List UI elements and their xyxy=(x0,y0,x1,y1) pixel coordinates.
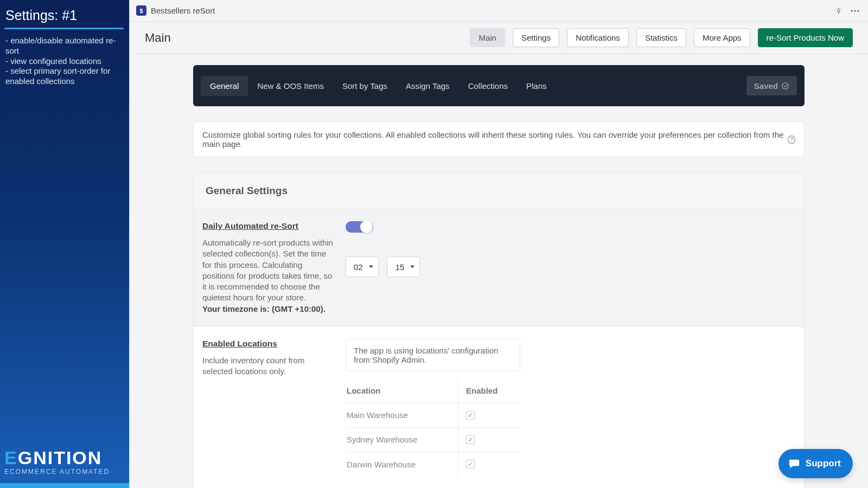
section-locations: Enabled Locations Include inventory coun… xyxy=(194,327,804,488)
minute-select[interactable]: 15 xyxy=(387,256,420,277)
chat-icon xyxy=(788,458,800,470)
app-bar: $ Bestsellers reSort xyxy=(130,0,868,22)
nav-notifications[interactable]: Notifications xyxy=(567,28,629,47)
hour-select[interactable]: 02 xyxy=(346,256,379,277)
svg-point-4 xyxy=(782,82,788,88)
chevron-down-icon xyxy=(410,266,414,268)
support-label: Support xyxy=(806,458,841,469)
brand-tagline: ECOMMERCE AUTOMATED xyxy=(4,468,110,476)
card-title: General Settings xyxy=(194,173,804,209)
nav-statistics[interactable]: Statistics xyxy=(636,28,686,47)
sidebar-title: Settings: #1 xyxy=(0,0,129,28)
chevron-down-icon xyxy=(369,266,373,268)
tab-sort-tags[interactable]: Sort by Tags xyxy=(333,76,397,96)
svg-point-1 xyxy=(851,10,852,11)
main-area: $ Bestsellers reSort Main Main Settings … xyxy=(129,0,868,488)
sidebar-note-line: - select primary sort-order for enabled … xyxy=(5,66,124,87)
saved-indicator: Saved xyxy=(746,76,797,95)
table-row: Darwin Warehouse ✓ xyxy=(346,452,520,477)
hour-value: 02 xyxy=(354,262,363,272)
locations-note: The app is using locations' configuratio… xyxy=(346,339,520,371)
table-header-row: Location Enabled xyxy=(346,379,520,403)
help-sidebar: Settings: #1 - enable/disable automated … xyxy=(0,0,129,483)
more-icon[interactable] xyxy=(848,4,861,17)
sidebar-note-line: - view configured locations xyxy=(5,56,124,67)
saved-label: Saved xyxy=(754,81,778,91)
location-name: Sydney Warehouse xyxy=(346,435,458,444)
col-location: Location xyxy=(346,386,458,395)
app-name: Bestsellers reSort xyxy=(151,6,215,15)
nav-settings[interactable]: Settings xyxy=(513,28,559,47)
support-button[interactable]: Support xyxy=(778,449,853,478)
page-header: Main Main Settings Notifications Statist… xyxy=(130,22,868,54)
nav-buttons: Main Settings Notifications Statistics M… xyxy=(470,28,853,47)
location-enabled-checkbox[interactable]: ✓ xyxy=(466,460,475,468)
help-icon[interactable]: ? xyxy=(788,136,795,144)
location-enabled-checkbox[interactable]: ✓ xyxy=(466,411,475,420)
resort-now-button[interactable]: re-Sort Products Now xyxy=(758,28,853,47)
minute-value: 15 xyxy=(395,262,405,272)
sidebar-note-line: - enable/disable automated re-sort xyxy=(5,36,124,56)
daily-title[interactable]: Daily Automated re-Sort xyxy=(202,221,335,231)
sidebar-bottom-accent xyxy=(0,483,129,488)
page-title: Main xyxy=(145,31,171,45)
brand-logo: EGNITION ECOMMERCE AUTOMATED xyxy=(4,448,110,476)
locations-desc: Include inventory count from selected lo… xyxy=(202,355,335,377)
locations-title[interactable]: Enabled Locations xyxy=(202,339,335,349)
nav-main[interactable]: Main xyxy=(470,28,505,47)
table-row: Main Warehouse ✓ xyxy=(346,403,520,428)
locations-table: Location Enabled Main Warehouse ✓ Sydney… xyxy=(346,379,520,477)
col-enabled: Enabled xyxy=(458,379,520,403)
app-icon: $ xyxy=(136,5,146,16)
location-name: Darwin Warehouse xyxy=(346,460,458,469)
table-row: Sydney Warehouse ✓ xyxy=(346,428,520,452)
daily-resort-toggle[interactable] xyxy=(346,221,373,233)
pin-icon[interactable] xyxy=(832,4,845,17)
brand-rest: GNITION xyxy=(18,447,103,468)
daily-desc: Automatically re-sort products within se… xyxy=(202,238,333,302)
info-text: Customize global sorting rules for your … xyxy=(202,130,784,149)
tab-assign-tags[interactable]: Assign Tags xyxy=(397,76,459,96)
settings-subnav: General New & OOS Items Sort by Tags Ass… xyxy=(193,65,805,106)
daily-tz: Your timezone is: (GMT +10:00). xyxy=(202,304,326,313)
svg-point-2 xyxy=(854,10,856,11)
brand-e: E xyxy=(4,447,18,468)
section-daily-resort: Daily Automated re-Sort Automatically re… xyxy=(194,209,804,327)
tab-new-oos[interactable]: New & OOS Items xyxy=(248,76,333,96)
tab-plans[interactable]: Plans xyxy=(517,76,556,96)
svg-point-3 xyxy=(857,10,859,11)
info-banner: Customize global sorting rules for your … xyxy=(193,121,805,157)
nav-more-apps[interactable]: More Apps xyxy=(694,28,750,47)
toggle-knob xyxy=(360,221,373,233)
location-enabled-checkbox[interactable]: ✓ xyxy=(466,435,475,444)
tab-collections[interactable]: Collections xyxy=(459,76,517,96)
general-settings-card: General Settings Daily Automated re-Sort… xyxy=(193,172,805,488)
sidebar-notes: - enable/disable automated re-sort - vie… xyxy=(0,29,129,87)
tab-general[interactable]: General xyxy=(201,76,248,96)
location-name: Main Warehouse xyxy=(346,410,458,420)
